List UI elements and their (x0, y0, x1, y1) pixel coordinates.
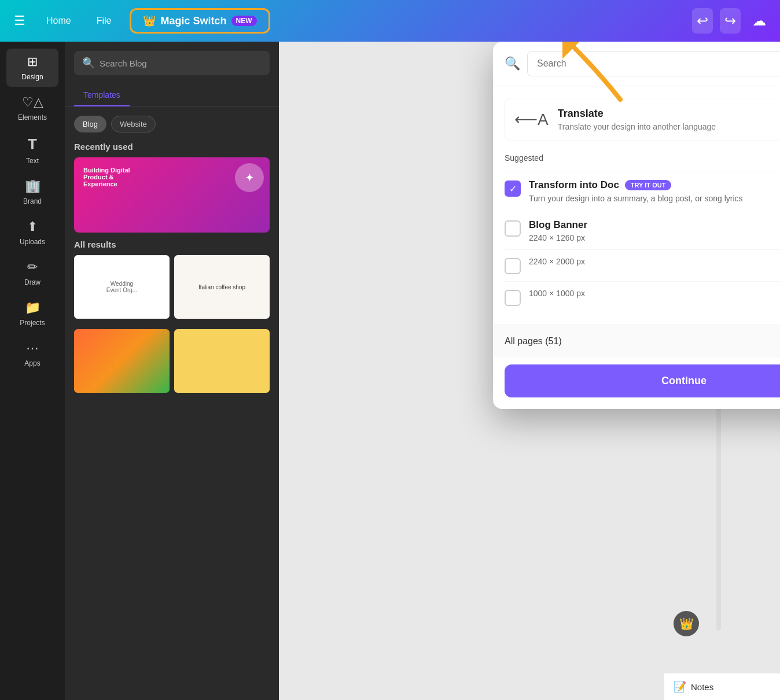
sidebar-label-brand: Brand (23, 197, 42, 205)
option-blog-banner[interactable]: Blog Banner 2240 × 1260 px (505, 212, 780, 249)
left-sidebar: ⊞ Design ♡△ Elements T Text 🏢 Brand ⬆ Up… (0, 42, 65, 700)
cloud-save-icon[interactable]: ☁ (748, 8, 771, 34)
option-blog-banner-title: Blog Banner (529, 219, 780, 231)
checkbox-size-1000x1000[interactable] (505, 290, 521, 306)
sidebar-label-projects: Projects (20, 319, 45, 327)
sidebar-label-uploads: Uploads (20, 238, 45, 246)
elements-icon: ♡△ (22, 95, 43, 110)
undo-button[interactable]: ↩ (692, 8, 713, 34)
unchecked-icon-2 (505, 258, 521, 274)
modal-overlay: 🔍 ⟵A Translate Translate your design int… (279, 42, 780, 700)
translate-info: Translate Translate your design into ano… (558, 108, 780, 131)
new-badge: NEW (231, 16, 257, 26)
option-size-2240x2000-label: 2240 × 2000 px (529, 257, 780, 266)
sidebar-item-design[interactable]: ⊞ Design (6, 49, 58, 87)
magic-switch-label: Magic Switch (160, 15, 226, 27)
chip-blog[interactable]: Blog (74, 116, 106, 132)
redo-button[interactable]: ↪ (720, 8, 741, 34)
recently-used-title: Recently used (74, 142, 270, 152)
sidebar-item-draw[interactable]: ✏ Draw (6, 254, 58, 292)
all-results-title: All results (74, 240, 270, 249)
continue-button[interactable]: Continue (505, 364, 780, 397)
thumb-decoration: ✦ (235, 163, 264, 192)
top-nav: ☰ Home File 👑 Magic Switch NEW ↩ ↪ ☁ (0, 0, 780, 42)
filter-chips: Blog Website (74, 116, 270, 132)
result-template-4[interactable] (174, 329, 270, 393)
home-nav[interactable]: Home (37, 11, 80, 31)
sidebar-item-brand[interactable]: 🏢 Brand (6, 173, 58, 211)
option-blog-banner-info: Blog Banner 2240 × 1260 px (529, 219, 780, 242)
design-icon: ⊞ (27, 54, 38, 69)
panel-tabs: Templates (65, 84, 279, 106)
suggested-label: Suggested (505, 153, 543, 163)
apps-icon: ⋯ (26, 341, 39, 356)
modal-search-icon: 🔍 (505, 56, 520, 71)
try-badge: TRY IT OUT (625, 180, 672, 190)
translate-title: Translate (558, 108, 780, 120)
sidebar-item-projects[interactable]: 📁 Projects (6, 294, 58, 333)
sidebar-label-design: Design (21, 73, 43, 81)
translate-option[interactable]: ⟵A Translate Translate your design into … (505, 98, 780, 141)
sidebar-item-apps[interactable]: ⋯ Apps (6, 335, 58, 373)
translate-desc: Translate your design into another langu… (558, 122, 780, 131)
checkbox-blog-banner[interactable] (505, 220, 521, 237)
result-template-2[interactable]: Italian coffee shop (174, 255, 270, 319)
hamburger-menu[interactable]: ☰ (9, 9, 30, 33)
panel-search[interactable]: 🔍 Search Blog (74, 51, 270, 75)
text-icon: T (28, 135, 37, 153)
canvas-area: Position ‹ 👑 (279, 42, 780, 700)
modal-search-input[interactable] (527, 51, 780, 76)
translate-icon: ⟵A (514, 110, 549, 129)
recent-template-thumb[interactable]: Building DigitalProduct &Experience ✦ (74, 157, 270, 233)
option-size-1000x1000[interactable]: 1000 × 1000 px (505, 281, 780, 313)
option-size-1000x1000-info: 1000 × 1000 px (529, 289, 780, 298)
modal-search-area: 🔍 (493, 42, 780, 86)
sidebar-item-elements[interactable]: ♡△ Elements (6, 89, 58, 127)
sidebar-label-elements: Elements (18, 113, 47, 121)
sidebar-label-draw: Draw (24, 278, 41, 286)
results-grid: WeddingEvent Org... Italian coffee shop (74, 255, 270, 399)
modal-body: ⟵A Translate Translate your design into … (493, 86, 780, 325)
checkbox-transform-doc[interactable]: ✓ (505, 180, 521, 197)
panel-search-placeholder: Search Blog (100, 58, 147, 68)
option-transform-doc-desc: Turn your design into a summary, a blog … (529, 193, 780, 205)
templates-panel: 🔍 Search Blog Templates Blog Website Rec… (65, 42, 279, 700)
sidebar-label-text: Text (26, 157, 39, 165)
sidebar-label-apps: Apps (24, 359, 40, 367)
projects-icon: 📁 (25, 300, 41, 315)
option-transform-doc[interactable]: ✓ Transform into Doc TRY IT OUT Turn you… (505, 172, 780, 212)
pages-label: All pages (51) (505, 336, 562, 347)
panel-search-icon: 🔍 (82, 57, 95, 69)
unchecked-icon-3 (505, 290, 521, 306)
pages-selector[interactable]: All pages (51) ∨ (493, 325, 780, 358)
crown-icon: 👑 (143, 14, 156, 27)
option-blog-banner-size: 2240 × 1260 px (529, 233, 780, 242)
option-size-2240x2000-info: 2240 × 2000 px (529, 257, 780, 266)
main-layout: ⊞ Design ♡△ Elements T Text 🏢 Brand ⬆ Up… (0, 42, 780, 700)
option-transform-doc-title: Transform into Doc TRY IT OUT (529, 179, 780, 191)
panel-content: Blog Website Recently used Building Digi… (65, 106, 279, 700)
result-template-1[interactable]: WeddingEvent Org... (74, 255, 170, 319)
result-template-3[interactable] (74, 329, 170, 393)
chip-website[interactable]: Website (111, 116, 156, 132)
magic-switch-button[interactable]: 👑 Magic Switch NEW (130, 8, 270, 34)
uploads-icon: ⬆ (27, 219, 38, 234)
sidebar-item-uploads[interactable]: ⬆ Uploads (6, 213, 58, 252)
suggested-header: Suggested See all (505, 153, 780, 163)
thumb-2-text: Italian coffee shop (198, 284, 245, 290)
checked-icon: ✓ (505, 180, 521, 197)
thumb-1-text: WeddingEvent Org... (106, 281, 137, 293)
file-nav[interactable]: File (87, 11, 121, 31)
unchecked-icon (505, 220, 521, 237)
checkbox-size-2240x2000[interactable] (505, 258, 521, 274)
option-transform-doc-info: Transform into Doc TRY IT OUT Turn your … (529, 179, 780, 205)
sidebar-item-text[interactable]: T Text (6, 130, 58, 171)
option-size-1000x1000-label: 1000 × 1000 px (529, 289, 780, 298)
magic-switch-modal: 🔍 ⟵A Translate Translate your design int… (493, 42, 780, 409)
option-size-2240x2000[interactable]: 2240 × 2000 px (505, 249, 780, 281)
tab-templates[interactable]: Templates (74, 84, 130, 106)
brand-icon: 🏢 (25, 179, 41, 194)
draw-icon: ✏ (27, 260, 38, 275)
